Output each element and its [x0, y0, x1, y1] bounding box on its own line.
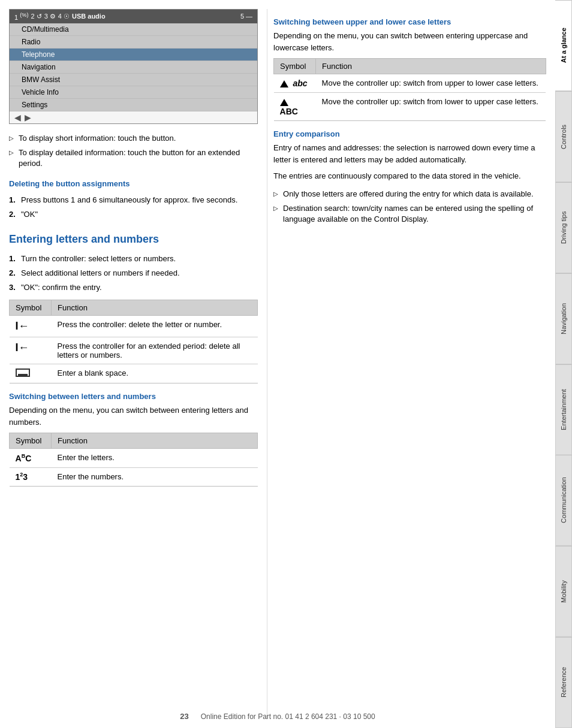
function-upper-to-lower: Move the controller up: switch from uppe…: [316, 74, 546, 93]
symbol-backspace-1: I←: [10, 316, 52, 337]
function-enter-letters: Enter the letters.: [52, 449, 258, 468]
sidebar-tab-reference[interactable]: Reference: [555, 637, 572, 728]
nav-arrow-right[interactable]: ▶: [25, 113, 31, 122]
entry-comparison-para1: Entry of names and addresses: the select…: [273, 142, 546, 165]
delete-step-1: 1. Press buttons 1 and 6 simultaneously …: [9, 193, 258, 207]
symbol-num-mixed: 123: [10, 467, 52, 487]
symbol-table-3: Symbol Function abc Move the controller …: [273, 58, 546, 121]
menu-header: 1 (%) 2 ↺ 3 ⚙ 4 ☉ USB audio 5 —: [10, 10, 257, 23]
left-column: 1 (%) 2 ↺ 3 ⚙ 4 ☉ USB audio 5 — CD/Multi…: [9, 9, 267, 719]
sidebar-tab-communication[interactable]: Communication: [555, 455, 572, 546]
entry-comparison-heading: Entry comparison: [273, 129, 546, 138]
entering-letters-heading: Entering letters and numbers: [9, 233, 258, 246]
page-number: 23: [180, 712, 188, 721]
symbol-table-1: Symbol Function I← Press the controller:…: [9, 300, 258, 383]
triangle-icon: [280, 80, 288, 87]
entering-steps: 1. Turn the controller: select letters o…: [9, 252, 258, 295]
menu-item-cd[interactable]: CD/Multimedia: [10, 23, 257, 36]
menu-tab-5: 5 —: [240, 13, 252, 20]
info-bullets: To display short information: touch the …: [9, 131, 258, 171]
symbol-triangle-abc: abc: [274, 74, 316, 93]
menu-item-bmw-assist[interactable]: BMW Assist: [10, 74, 257, 86]
table-row: abc Move the controller up: switch from …: [274, 74, 546, 93]
delete-step-2: 2. "OK": [9, 207, 258, 222]
entry-bullet-2: Destination search: town/city names can …: [273, 201, 546, 226]
entry-bullet-1: Only those letters are offered during th…: [273, 187, 546, 201]
symbol-space: [10, 364, 52, 383]
table-row: 123 Enter the numbers.: [10, 467, 258, 487]
bullet-detailed-info: To display detailed information: touch t…: [9, 146, 258, 171]
function-space: Enter a blank space.: [52, 364, 258, 383]
sidebar-tab-at-a-glance[interactable]: At a glance: [555, 0, 572, 91]
sidebar-tab-navigation[interactable]: Navigation: [555, 273, 572, 364]
table-row: I← Press the controller: delete the lett…: [10, 316, 258, 337]
table-row: ABC Enter the letters.: [10, 449, 258, 468]
symbol-table-2: Symbol Function ABC Enter the letters. 1…: [9, 433, 258, 487]
table1-col1-header: Symbol: [10, 300, 52, 316]
nav-arrow-left[interactable]: ◀: [14, 113, 21, 122]
upper-lower-para: Depending on the menu, you can switch be…: [273, 30, 546, 53]
menu-item-navigation[interactable]: Navigation: [10, 61, 257, 74]
menu-item-vehicle-info[interactable]: Vehicle Info: [10, 86, 257, 99]
function-enter-numbers: Enter the numbers.: [52, 467, 258, 487]
menu-nav-row: ◀ ▶: [10, 111, 257, 123]
table-row: ABC Move the controller up: switch from …: [274, 93, 546, 121]
table-row: Enter a blank space.: [10, 364, 258, 383]
symbol-triangle-ABC: ABC: [274, 93, 316, 121]
table2-col1-header: Symbol: [10, 433, 52, 449]
entry-comparison-bullets: Only those letters are offered during th…: [273, 187, 546, 227]
sidebar-tab-entertainment[interactable]: Entertainment: [555, 364, 572, 455]
menu-item-settings[interactable]: Settings: [10, 99, 257, 111]
menu-item-radio[interactable]: Radio: [10, 36, 257, 49]
edition-text: Online Edition for Part no. 01 41 2 604 …: [201, 712, 375, 721]
sidebar-tab-mobility[interactable]: Mobility: [555, 546, 572, 637]
menu-items-list: CD/Multimedia Radio Telephone Navigation…: [10, 23, 257, 111]
upper-lower-heading: Switching between upper and lower case l…: [273, 17, 546, 26]
entry-comparison-para2: The entries are continuously compared to…: [273, 170, 546, 182]
menu-item-telephone[interactable]: Telephone: [10, 49, 257, 61]
table1-col2-header: Function: [52, 300, 258, 316]
delete-steps: 1. Press buttons 1 and 6 simultaneously …: [9, 193, 258, 222]
table3-col2-header: Function: [316, 59, 546, 74]
sidebar-tabs: At a glance Controls Driving tips Naviga…: [555, 0, 572, 728]
menu-header-tabs: 1 (%) 2 ↺ 3 ⚙ 4 ☉ USB audio: [14, 12, 106, 21]
enter-step-3: 3. "OK": confirm the entry.: [9, 280, 258, 295]
right-column: Switching between upper and lower case l…: [267, 9, 546, 719]
page-footer: 23 Online Edition for Part no. 01 41 2 6…: [0, 712, 555, 721]
enter-step-1: 1. Turn the controller: select letters o…: [9, 252, 258, 266]
table-row: I← Press the controller for an extended …: [10, 337, 258, 364]
table3-col1-header: Symbol: [274, 59, 316, 74]
menu-tab-4: 4 ☉: [58, 13, 70, 20]
menu-tab-3: 3 ⚙: [44, 13, 56, 20]
table2-col2-header: Function: [52, 433, 258, 449]
function-backspace-1: Press the controller: delete the letter …: [52, 316, 258, 337]
menu-screenshot: 1 (%) 2 ↺ 3 ⚙ 4 ☉ USB audio 5 — CD/Multi…: [9, 9, 258, 124]
symbol-backspace-2: I←: [10, 337, 52, 364]
sidebar-tab-controls[interactable]: Controls: [555, 91, 572, 182]
switch-letters-para: Depending on the menu, you can switch be…: [9, 404, 258, 428]
function-lower-to-upper: Move the controller up: switch from lowe…: [316, 93, 546, 121]
menu-tab-2: 2 ↺: [31, 13, 41, 20]
menu-tab-1: 1 (%): [14, 12, 28, 21]
deleting-heading: Deleting the button assignments: [9, 179, 258, 188]
bullet-short-info: To display short information: touch the …: [9, 131, 258, 146]
sidebar-tab-driving-tips[interactable]: Driving tips: [555, 182, 572, 273]
menu-tab-usb: USB audio: [72, 13, 106, 20]
main-content: 1 (%) 2 ↺ 3 ⚙ 4 ☉ USB audio 5 — CD/Multi…: [0, 0, 555, 728]
function-backspace-2: Press the controller for an extended per…: [52, 337, 258, 364]
switch-letters-heading: Switching between letters and numbers: [9, 392, 258, 401]
symbol-abc-mixed: ABC: [10, 449, 52, 468]
enter-step-2: 2. Select additional letters or numbers …: [9, 266, 258, 280]
triangle-icon-2: [280, 99, 288, 106]
